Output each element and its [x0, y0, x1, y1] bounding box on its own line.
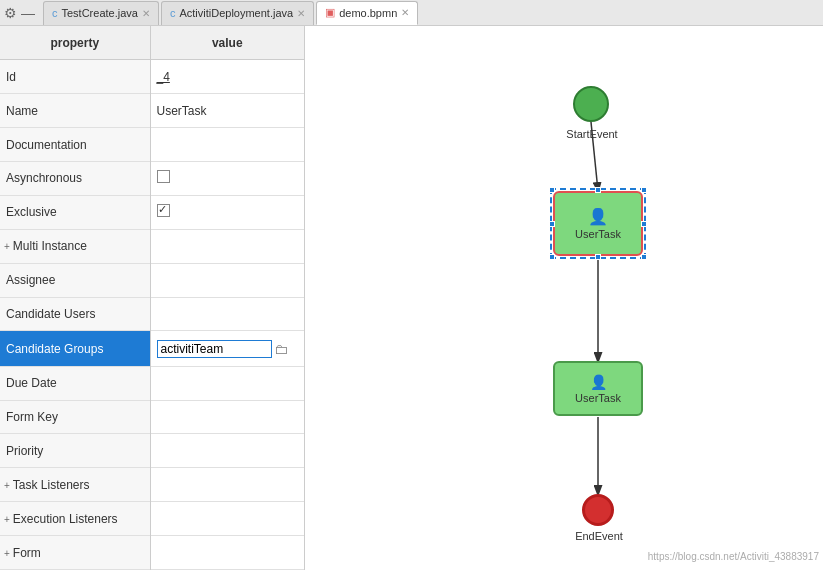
tab-activitideployment[interactable]: c ActivitiDeployment.java ✕: [161, 1, 314, 25]
start-event[interactable]: [573, 86, 609, 122]
handle-br[interactable]: [641, 254, 647, 260]
tab-demo-bpmn-close[interactable]: ✕: [401, 7, 409, 18]
table-row: Exclusive: [0, 195, 304, 229]
properties-table: property value Id _4 Name UserTask Docum…: [0, 26, 304, 570]
table-row: Due Date: [0, 366, 304, 400]
user-task-1-icon: 👤: [588, 207, 608, 226]
prop-duedate-label: Due Date: [0, 366, 150, 400]
user-task-1-label: UserTask: [575, 228, 621, 240]
settings-icon[interactable]: ⚙: [4, 5, 17, 21]
prop-name-value: UserTask: [150, 94, 304, 128]
main-layout: property value Id _4 Name UserTask Docum…: [0, 26, 823, 570]
prop-multiinstance-value: [150, 229, 304, 263]
table-row: Assignee: [0, 263, 304, 297]
user-task-2-icon: 👤: [590, 374, 607, 390]
folder-icon[interactable]: 🗀: [274, 341, 288, 357]
prop-assignee-value: [150, 263, 304, 297]
prop-name-label: Name: [0, 94, 150, 128]
prop-priority-value: [150, 434, 304, 468]
table-row: Asynchronous: [0, 162, 304, 196]
watermark: https://blog.csdn.net/Activiti_43883917: [648, 551, 819, 562]
tab-bar: ⚙ — c TestCreate.java ✕ c ActivitiDeploy…: [0, 0, 823, 26]
handle-tr[interactable]: [641, 187, 647, 193]
prop-candidategroups-value[interactable]: 🗀: [150, 331, 304, 366]
table-row: Priority: [0, 434, 304, 468]
table-row: Documentation: [0, 128, 304, 162]
tab-activitideployment-close[interactable]: ✕: [297, 8, 305, 19]
candidate-groups-input[interactable]: [157, 340, 272, 358]
prop-documentation-value: [150, 128, 304, 162]
tab-demo-bpmn-label: demo.bpmn: [339, 7, 397, 19]
prop-candidategroups-label: Candidate Groups: [0, 331, 150, 366]
java-file-icon-2: c: [170, 7, 176, 19]
prop-exclusive-label: Exclusive: [0, 195, 150, 229]
table-row: Candidate Users: [0, 297, 304, 331]
diagram-arrows: [305, 26, 823, 570]
tab-testcreate-close[interactable]: ✕: [142, 8, 150, 19]
col-property-header: property: [0, 26, 150, 60]
prop-tasklisteners-label: +Task Listeners: [0, 468, 150, 502]
prop-formkey-value: [150, 400, 304, 434]
user-task-1[interactable]: 👤 UserTask: [553, 191, 643, 256]
handle-bl[interactable]: [549, 254, 555, 260]
prop-form-label: +Form: [0, 536, 150, 570]
user-task-2[interactable]: 👤 UserTask: [553, 361, 643, 416]
prop-priority-label: Priority: [0, 434, 150, 468]
candidate-groups-row[interactable]: Candidate Groups 🗀: [0, 331, 304, 366]
table-row: +Task Listeners: [0, 468, 304, 502]
bpmn-file-icon: ▣: [325, 6, 335, 19]
java-file-icon: c: [52, 7, 58, 19]
prop-exclusive-value[interactable]: [150, 195, 304, 229]
user-task-2-label: UserTask: [575, 392, 621, 404]
properties-panel: property value Id _4 Name UserTask Docum…: [0, 26, 305, 570]
id-value-text: _4: [157, 70, 170, 84]
tab-demo-bpmn[interactable]: ▣ demo.bpmn ✕: [316, 1, 418, 25]
prop-id-value: _4: [150, 60, 304, 94]
table-row: Form Key: [0, 400, 304, 434]
asynchronous-checkbox[interactable]: [157, 170, 170, 183]
prop-execlisteners-value: [150, 502, 304, 536]
table-row: Id _4: [0, 60, 304, 94]
prop-asynchronous-label: Asynchronous: [0, 162, 150, 196]
prop-form-value: [150, 536, 304, 570]
expand-icon-2[interactable]: +: [4, 480, 10, 491]
tab-activitideployment-label: ActivitiDeployment.java: [179, 7, 293, 19]
expand-icon-3[interactable]: +: [4, 514, 10, 525]
end-event[interactable]: [582, 494, 614, 526]
prop-id-label: Id: [0, 60, 150, 94]
expand-icon-4[interactable]: +: [4, 548, 10, 559]
exclusive-checkbox[interactable]: [157, 204, 170, 217]
candidate-groups-input-container: 🗀: [157, 340, 299, 358]
prop-candidateusers-value: [150, 297, 304, 331]
prop-formkey-label: Form Key: [0, 400, 150, 434]
prop-tasklisteners-value: [150, 468, 304, 502]
prop-documentation-label: Documentation: [0, 128, 150, 162]
table-row: +Multi Instance: [0, 229, 304, 263]
tab-testcreate[interactable]: c TestCreate.java ✕: [43, 1, 159, 25]
prop-asynchronous-value[interactable]: [150, 162, 304, 196]
table-row: +Form: [0, 536, 304, 570]
bpmn-canvas-area[interactable]: StartEvent 👤 UserTask 👤 UserTask EndEven…: [305, 26, 823, 570]
col-value-header: value: [150, 26, 304, 60]
table-row: +Execution Listeners: [0, 502, 304, 536]
start-event-label: StartEvent: [560, 128, 624, 140]
props-header-row: property value: [0, 26, 304, 60]
table-row: Name UserTask: [0, 94, 304, 128]
tab-bar-icons: ⚙ —: [4, 5, 35, 21]
prop-multiinstance-label: +Multi Instance: [0, 229, 150, 263]
prop-execlisteners-label: +Execution Listeners: [0, 502, 150, 536]
end-event-label: EndEvent: [567, 530, 631, 542]
minimize-icon[interactable]: —: [21, 5, 35, 21]
prop-duedate-value: [150, 366, 304, 400]
expand-icon[interactable]: +: [4, 241, 10, 252]
prop-assignee-label: Assignee: [0, 263, 150, 297]
tab-testcreate-label: TestCreate.java: [62, 7, 138, 19]
prop-candidateusers-label: Candidate Users: [0, 297, 150, 331]
